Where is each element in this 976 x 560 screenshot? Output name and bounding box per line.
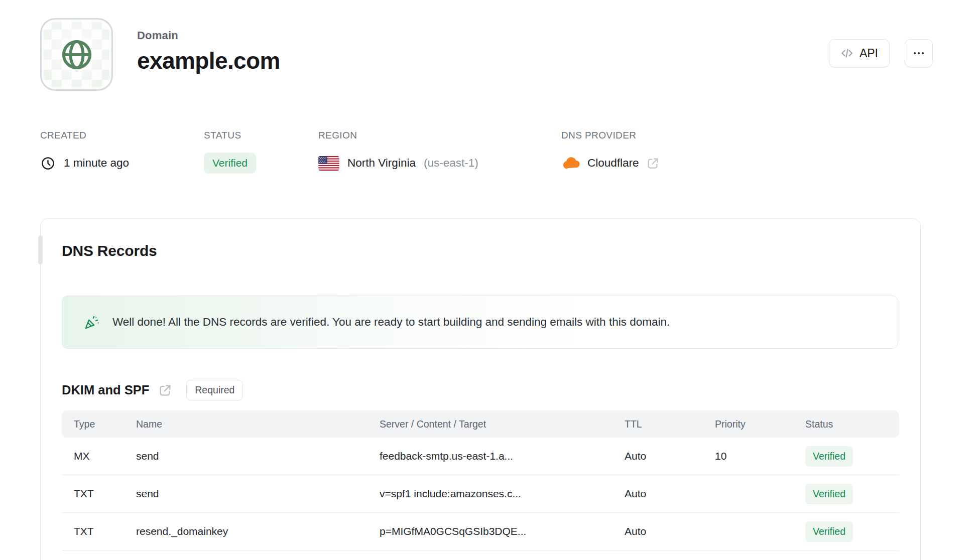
region-code: (us-east-1) (424, 157, 478, 170)
required-badge: Required (186, 380, 243, 400)
record-content: v=spf1 include:amazonses.c... (380, 488, 625, 500)
dkim-spf-section-header: DKIM and SPF Required (62, 380, 898, 400)
dkim-spf-title: DKIM and SPF (62, 383, 149, 397)
more-button[interactable] (905, 39, 933, 67)
dns-table-body: MX send feedback-smtp.us-east-1.a... Aut… (62, 438, 899, 550)
col-content: Server / Content / Target (380, 418, 625, 430)
external-link-icon[interactable] (646, 157, 660, 170)
col-priority: Priority (715, 418, 805, 430)
meta-status: STATUS Verified (204, 130, 318, 174)
record-type: TXT (62, 488, 136, 500)
created-value: 1 minute ago (64, 157, 129, 170)
card-title: DNS Records (62, 242, 898, 259)
section-anchor-pill (38, 235, 43, 264)
party-popper-icon (83, 314, 100, 331)
col-name: Name (136, 418, 380, 430)
created-label: CREATED (40, 130, 204, 141)
meta-dns-provider: DNS PROVIDER Cloudflare (561, 130, 660, 174)
domain-page: Domain example.com API (0, 0, 976, 560)
page-header: Domain example.com API (40, 18, 933, 91)
dns-records-card: DNS Records Well done! All the DNS recor… (40, 218, 921, 560)
record-name: send (136, 450, 380, 462)
dns-provider-link[interactable]: Cloudflare (561, 152, 660, 174)
page-kicker: Domain (137, 29, 280, 42)
table-header-row: Type Name Server / Content / Target TTL … (62, 410, 899, 438)
record-content: p=MIGfMA0GCSqGSIb3DQE... (380, 525, 625, 537)
table-row[interactable]: MX send feedback-smtp.us-east-1.a... Aut… (62, 438, 899, 475)
globe-icon (58, 36, 96, 74)
region-label: REGION (318, 130, 561, 141)
dns-provider-value: Cloudflare (587, 157, 639, 170)
cloudflare-cloud-icon (561, 157, 580, 170)
col-ttl: TTL (625, 418, 715, 430)
record-priority: 10 (715, 450, 805, 462)
domain-avatar (40, 18, 113, 91)
dns-provider-label: DNS PROVIDER (561, 130, 660, 141)
record-ttl: Auto (625, 488, 715, 500)
col-status: Status (805, 418, 899, 430)
meta-region: REGION (318, 130, 561, 174)
api-button[interactable]: API (829, 39, 890, 67)
record-name: send (136, 488, 380, 500)
external-link-icon[interactable] (158, 383, 172, 397)
col-type: Type (62, 418, 136, 430)
table-row[interactable]: TXT send v=spf1 include:amazonses.c... A… (62, 475, 899, 513)
table-row[interactable]: TXT resend._domainkey p=MIGfMA0GCSqGSIb3… (62, 513, 899, 550)
clock-icon (40, 156, 56, 171)
record-status-badge: Verified (805, 446, 853, 467)
status-label: STATUS (204, 130, 318, 141)
record-ttl: Auto (625, 450, 715, 462)
record-status-badge: Verified (805, 484, 853, 504)
more-icon (912, 47, 925, 60)
record-ttl: Auto (625, 525, 715, 537)
us-flag-icon (318, 156, 339, 171)
banner-text: Well done! All the DNS records are verif… (112, 316, 670, 329)
domain-meta: CREATED 1 minute ago STATUS Verified REG… (40, 130, 976, 174)
record-name: resend._domainkey (136, 525, 380, 537)
dns-records-table: Type Name Server / Content / Target TTL … (62, 410, 899, 550)
record-type: TXT (62, 525, 136, 537)
status-badge: Verified (204, 153, 256, 174)
header-actions: API (829, 39, 933, 67)
record-status-badge: Verified (805, 521, 853, 542)
page-title: example.com (137, 47, 280, 74)
record-type: MX (62, 450, 136, 462)
code-icon (840, 47, 853, 60)
title-block: Domain example.com (137, 18, 280, 74)
success-banner: Well done! All the DNS records are verif… (62, 296, 898, 349)
region-value: North Virginia (347, 157, 416, 170)
meta-created: CREATED 1 minute ago (40, 130, 204, 174)
record-content: feedback-smtp.us-east-1.a... (380, 450, 625, 462)
api-button-label: API (860, 47, 878, 60)
